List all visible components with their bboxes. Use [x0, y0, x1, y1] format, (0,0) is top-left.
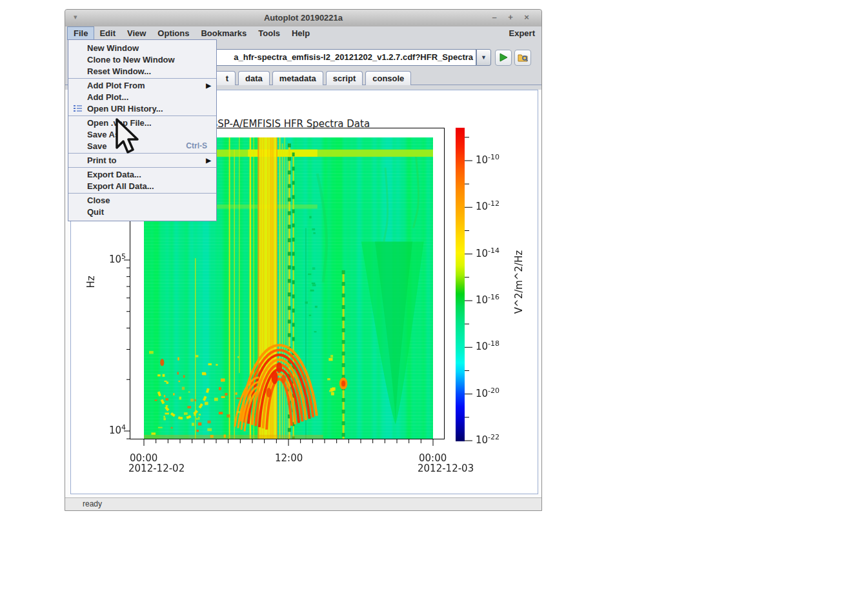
colorbar-tick-label: 10-10 [476, 153, 500, 166]
x-tick-date: 2012-12-03 [418, 463, 474, 474]
colorbar-tick-label: 10-20 [476, 386, 500, 399]
colorbar-tick-label: 10-18 [476, 339, 500, 352]
colorbar-tick-label: 10-14 [476, 246, 500, 259]
menu-bar: FileEditViewOptionsBookmarksToolsHelp Ex… [65, 26, 541, 40]
menu-item-label: Add Plot From [87, 81, 145, 90]
menu-bookmarks[interactable]: Bookmarks [195, 27, 252, 39]
menu-item-reset-window[interactable]: Reset Window... [68, 65, 216, 77]
menu-item-label: Clone to New Window [87, 55, 175, 65]
maximize-button[interactable]: + [505, 12, 516, 24]
menu-bar-items: FileEditViewOptionsBookmarksToolsHelp [68, 27, 316, 39]
menu-shortcut: Ctrl-S [186, 141, 207, 150]
uri-history-icon [73, 104, 83, 113]
status-bar: ready [65, 497, 541, 510]
menu-edit[interactable]: Edit [94, 27, 121, 39]
window-title: Autoplot 20190221a [65, 13, 541, 23]
menu-separator [68, 167, 216, 168]
submenu-arrow-icon: ▶ [206, 157, 211, 164]
menu-separator [68, 78, 216, 79]
menu-item-export-all-data[interactable]: Export All Data... [68, 180, 216, 192]
menu-item-label: Reset Window... [87, 66, 151, 76]
title-bar[interactable]: ▾ Autoplot 20190221a – + × [65, 10, 541, 27]
menu-options[interactable]: Options [152, 27, 195, 39]
x-tick-time: 12:00 [275, 452, 303, 464]
menu-item-close[interactable]: Close [68, 194, 216, 206]
go-button[interactable] [495, 50, 512, 66]
menu-item-label: Export All Data... [87, 181, 154, 191]
menu-item-quit[interactable]: Quit [68, 206, 216, 217]
inspect-button[interactable] [514, 50, 531, 66]
menu-item-label: New Window [87, 43, 139, 53]
app-window: ▾ Autoplot 20190221a – + × FileEditViewO… [65, 9, 542, 511]
close-button[interactable]: × [521, 12, 532, 24]
status-text: ready [83, 499, 102, 508]
y-axis-label: Hz [85, 263, 97, 301]
tab-script[interactable]: script [326, 71, 363, 85]
uri-dropdown-button[interactable]: ▼ [476, 49, 491, 66]
mouse-cursor-icon [114, 118, 144, 155]
y-tick-label: 104 [88, 423, 126, 436]
menu-item-clone-to-new-window[interactable]: Clone to New Window [68, 54, 216, 65]
menu-item-label: Quit [87, 207, 104, 217]
play-icon [499, 53, 508, 62]
menu-item-add-plot[interactable]: Add Plot... [68, 91, 216, 103]
tab-data[interactable]: data [238, 71, 270, 85]
menu-item-label: Open URI History... [87, 104, 163, 114]
menu-item-label: Save [87, 141, 106, 151]
menu-item-new-window[interactable]: New Window [68, 42, 216, 54]
submenu-arrow-icon: ▶ [206, 82, 211, 89]
colorbar-tick-label: 10-22 [476, 433, 500, 446]
tab-metadata[interactable]: metadata [272, 71, 323, 85]
colorbar [456, 128, 465, 441]
folder-search-icon [518, 53, 529, 63]
menu-item-print-to[interactable]: Print to▶ [68, 154, 216, 166]
menu-separator [68, 193, 216, 194]
menu-item-label: Close [87, 195, 110, 205]
menu-item-open-uri-history[interactable]: Open URI History... [68, 103, 216, 114]
expert-mode-label[interactable]: Expert [509, 28, 535, 38]
y-tick-label: 105 [88, 252, 126, 265]
menu-tools[interactable]: Tools [252, 27, 286, 39]
menu-view[interactable]: View [121, 27, 152, 39]
menu-help[interactable]: Help [286, 27, 316, 39]
colorbar-axis-label: V^2/m^2/Hz [513, 240, 525, 324]
tab-console[interactable]: console [365, 71, 411, 85]
menu-item-label: Print to [87, 155, 117, 165]
menu-item-label: Export Data... [87, 170, 141, 179]
menu-item-export-data[interactable]: Export Data... [68, 168, 216, 180]
menu-item-add-plot-from[interactable]: Add Plot From▶ [68, 79, 216, 91]
minimize-button[interactable]: – [489, 12, 500, 24]
x-tick-date: 2012-12-02 [128, 463, 185, 474]
menu-file[interactable]: File [68, 27, 94, 39]
menu-separator [68, 115, 216, 116]
colorbar-tick-label: 10-12 [476, 199, 500, 212]
menu-item-label: Add Plot... [87, 92, 128, 102]
colorbar-tick-label: 10-16 [476, 293, 500, 306]
